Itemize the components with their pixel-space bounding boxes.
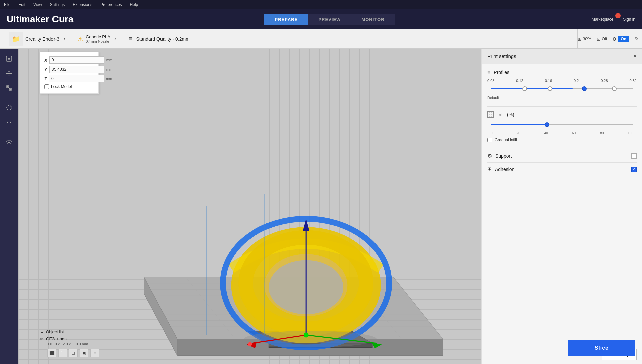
svg-line-38 [306, 335, 377, 343]
profiles-thumb-4[interactable] [612, 86, 617, 91]
support-icon: ⚙ [487, 153, 492, 159]
svg-line-40 [252, 335, 306, 343]
adhesion-label: Adhesion [495, 167, 628, 172]
infill-label: Infill (%) [497, 112, 637, 117]
svg-point-34 [246, 237, 366, 329]
tab-monitor[interactable]: MONITOR [351, 14, 395, 25]
x-coord-row: X mm [44, 56, 94, 64]
view-wire-icon[interactable]: ⬜ [58, 349, 67, 357]
infill-thumb[interactable] [545, 122, 549, 127]
adhesion-checkbox[interactable]: ✓ [631, 167, 637, 172]
menu-view[interactable]: View [32, 2, 43, 8]
print-settings-close[interactable]: × [633, 53, 637, 60]
profiles-slider[interactable] [487, 85, 637, 94]
printer-section: 📁 Creality Ender-3 ‹ [3, 29, 72, 48]
edit-icon: ✏ [40, 337, 43, 341]
support-row: ⚙ Support [487, 149, 637, 162]
svg-point-31 [264, 254, 347, 316]
gradual-label: Gradual infill [495, 138, 517, 142]
svg-marker-41 [247, 342, 257, 348]
lock-checkbox[interactable] [44, 84, 49, 89]
infill-label-60: 60 [572, 131, 576, 135]
svg-marker-8 [10, 121, 11, 123]
tab-preview[interactable]: PREVIEW [308, 14, 351, 25]
collapse-icon: ▲ [40, 330, 44, 334]
menu-file[interactable]: File [3, 2, 12, 8]
quality-icon: ≡ [129, 35, 132, 42]
filament-prev-button[interactable]: ‹ [113, 34, 118, 44]
svg-marker-13 [144, 277, 443, 339]
infill-labels: 0 20 40 60 80 100 [487, 131, 637, 135]
logo-text-bold: Cura [52, 14, 73, 24]
main-area: X mm Y mm Z mm Lock Model [0, 49, 642, 364]
svg-point-33 [223, 219, 389, 347]
svg-point-44 [304, 333, 309, 338]
gradual-infill-checkbox[interactable] [487, 138, 492, 142]
printer-name: Creality Ender-3 [25, 36, 59, 42]
menu-edit[interactable]: Edit [17, 2, 27, 8]
support-checkbox[interactable] [631, 153, 637, 159]
svg-marker-10 [144, 277, 443, 339]
sidebar-select-tool[interactable] [2, 52, 16, 65]
sidebar-rotate-tool[interactable] [2, 101, 16, 114]
object-list-panel: ▲ Object list ✏ CE3_rings 110.0 x 12.0 x… [40, 330, 99, 357]
profiles-header: ≡ Profiles [487, 69, 637, 75]
x-label: X [44, 58, 47, 63]
lock-label: Lock Model [51, 84, 72, 89]
edit-button[interactable]: ✎ [634, 36, 639, 42]
profiles-fill [491, 88, 573, 89]
menu-preferences[interactable]: Preferences [99, 2, 123, 8]
logo-text-regular: Ultimaker [7, 14, 49, 24]
marketplace-label: Marketplace [592, 17, 613, 22]
toolbar-controls: ⊞ 30% ⊡ Off ⚙ On ✎ [578, 36, 639, 42]
profiles-section: ≡ Profiles 0.08 0.12 0.16 0.2 0.28 0.32 [487, 69, 637, 100]
marketplace-button[interactable]: Marketplace 1 [586, 15, 619, 24]
menu-help[interactable]: Help [129, 2, 140, 8]
tune-icon: ⚙ [612, 36, 617, 42]
menu-extensions[interactable]: Extensions [71, 2, 94, 8]
view-ghost-icon[interactable]: ◻ [69, 349, 78, 357]
view-layer-icon[interactable]: ≡ [90, 349, 99, 357]
view-solid-icon[interactable]: ⬛ [47, 349, 56, 357]
slice-button[interactable]: Slice [568, 340, 635, 356]
percent-value: 30% [583, 37, 591, 41]
open-folder-button[interactable]: 📁 [9, 32, 23, 46]
svg-line-23 [186, 277, 235, 339]
transform-panel: X mm Y mm Z mm Lock Model [40, 52, 99, 94]
menu-settings[interactable]: Settings [49, 2, 66, 8]
adhesion-row: ⊞ Adhesion ✓ [487, 162, 637, 176]
y-input[interactable] [49, 66, 104, 73]
marker-008: 0.08 [487, 79, 494, 83]
marker-016: 0.16 [545, 79, 552, 83]
infill-slider[interactable] [487, 121, 637, 130]
z-input[interactable] [49, 75, 104, 82]
object-list-title: Object list [46, 330, 64, 334]
filament-section: ⚠ Generic PLA 0.4mm Nozzle ‹ [72, 29, 123, 48]
view-xray-icon[interactable]: ▣ [80, 349, 88, 357]
lock-row: Lock Model [44, 84, 94, 89]
sidebar-mirror-tool[interactable] [2, 116, 16, 129]
crosshair-vertical-2 [306, 49, 306, 364]
signin-button[interactable]: Sign in [623, 17, 635, 22]
svg-marker-28 [248, 331, 372, 343]
profiles-thumb-1[interactable] [522, 86, 527, 91]
x-input[interactable] [49, 56, 104, 64]
view-icons: ⬛ ⬜ ◻ ▣ ≡ [47, 349, 99, 357]
viewport[interactable]: X mm Y mm Z mm Lock Model [18, 49, 481, 364]
viewport-grid: X mm Y mm Z mm Lock Model [18, 49, 481, 364]
printer-prev-button[interactable]: ‹ [62, 34, 67, 44]
tab-prepare[interactable]: PREPARE [264, 14, 308, 25]
infill-section: Infill (%) 0 20 40 60 80 100 Gra [487, 106, 637, 142]
object-list-header[interactable]: ▲ Object list [40, 330, 99, 334]
filament-info: Generic PLA 0.4mm Nozzle [86, 34, 110, 43]
sidebar-settings-tool[interactable] [2, 135, 16, 148]
header: Ultimaker Cura PREPARE PREVIEW MONITOR M… [0, 9, 642, 29]
svg-marker-12 [144, 277, 177, 356]
profiles-thumb-3[interactable] [582, 86, 587, 91]
x-unit: mm [106, 58, 112, 62]
z-unit: mm [106, 77, 112, 81]
sidebar-scale-tool[interactable] [2, 81, 16, 95]
filament-warning-icon: ⚠ [78, 35, 83, 43]
sidebar-move-tool[interactable] [2, 67, 16, 80]
profiles-thumb-2[interactable] [548, 86, 552, 91]
